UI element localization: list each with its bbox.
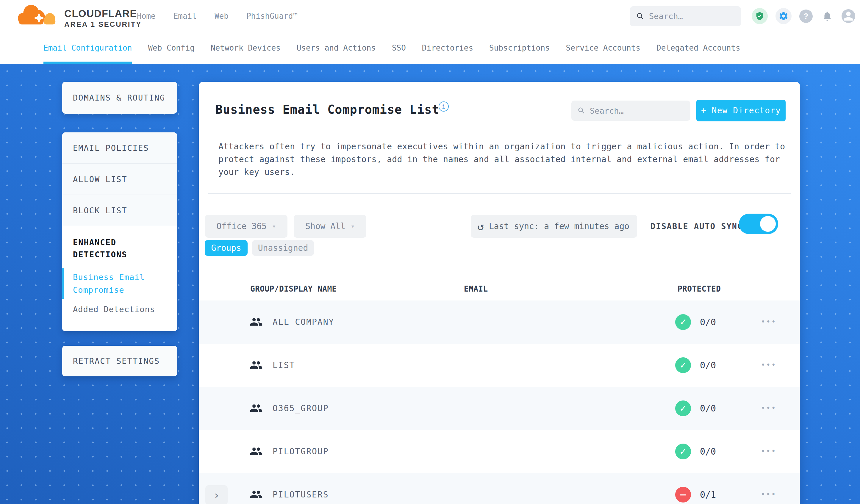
protected-status-icon: −: [675, 487, 691, 503]
global-search-input[interactable]: [649, 12, 735, 21]
page-description: Attackers often try to impersonate execu…: [218, 140, 785, 178]
pill-groups[interactable]: Groups: [205, 240, 247, 256]
table-row[interactable]: O365_GROUP ✓ 0/0 •••: [199, 387, 800, 430]
sidebar-item-retract-settings[interactable]: RETRACT SETTINGS: [62, 346, 177, 376]
tab-web-config[interactable]: Web Config: [148, 32, 195, 64]
block-list-label: BLOCK LIST: [73, 206, 127, 215]
notifications-button[interactable]: [820, 10, 834, 23]
chevron-down-icon: ▾: [272, 222, 276, 230]
expand-row-button[interactable]: ›: [205, 485, 228, 504]
table-row[interactable]: ALL COMPANY ✓ 0/0 •••: [199, 301, 800, 344]
user-avatar-icon: [842, 9, 855, 23]
sidebar-policies-card: EMAIL POLICIES ALLOW LIST BLOCK LIST ENH…: [62, 132, 177, 331]
sidebar-item-block-list[interactable]: BLOCK LIST: [62, 195, 177, 226]
nav-item-home[interactable]: Home: [137, 12, 156, 20]
last-sync-label: Last sync: a few minutes ago: [489, 221, 629, 231]
group-people-icon: [248, 402, 264, 415]
nav-item-web[interactable]: Web: [215, 12, 229, 20]
nav-item-email[interactable]: Email: [173, 12, 197, 20]
show-filter-select[interactable]: Show All ▾: [294, 215, 366, 238]
sidebar-item-allow-list[interactable]: ALLOW LIST: [62, 164, 177, 195]
group-name: O365_GROUP: [273, 387, 329, 430]
protected-count: 0/0: [700, 387, 716, 430]
help-icon-button[interactable]: ?: [799, 10, 813, 23]
email-policies-label: EMAIL POLICIES: [73, 143, 149, 153]
auto-sync-label: DISABLE AUTO SYNC: [650, 215, 743, 238]
protected-count: 0/0: [700, 301, 716, 344]
auto-sync-toggle[interactable]: [739, 214, 778, 234]
search-icon: [636, 12, 645, 21]
group-people-icon: [248, 359, 264, 372]
nav-item-phishguard[interactable]: PhishGuard™: [246, 12, 298, 20]
row-actions-menu[interactable]: •••: [761, 387, 776, 430]
sidebar-enhanced-detections-section: ENHANCED DETECTIONS Business Email Compr…: [62, 226, 177, 331]
row-actions-menu[interactable]: •••: [761, 344, 776, 387]
group-name: PILOTUSERS: [273, 473, 329, 504]
allow-list-label: ALLOW LIST: [73, 175, 127, 184]
cloudflare-logo-icon: [15, 2, 62, 29]
account-avatar-button[interactable]: [842, 9, 855, 23]
top-bar: CLOUDFLARE AREA 1 SECURITY Home Email We…: [0, 0, 860, 32]
panel-search-input[interactable]: [590, 106, 685, 115]
shield-check-icon: [755, 12, 764, 20]
sidebar-item-domains-routing[interactable]: DOMAINS & ROUTING: [62, 82, 177, 114]
business-email-compromise-panel: Business Email Compromise List i + New D…: [199, 82, 800, 504]
tab-delegated-accounts[interactable]: Delegated Accounts: [657, 32, 740, 64]
group-people-icon: [248, 488, 264, 501]
pill-unassigned[interactable]: Unassigned: [252, 240, 314, 256]
row-actions-menu[interactable]: •••: [761, 430, 776, 473]
tab-network-devices[interactable]: Network Devices: [211, 32, 281, 64]
new-directory-button[interactable]: + New Directory: [696, 100, 786, 121]
area1-security-app: CLOUDFLARE AREA 1 SECURITY Home Email We…: [0, 0, 860, 504]
page-title: Business Email Compromise List: [215, 103, 439, 116]
tab-service-accounts[interactable]: Service Accounts: [566, 32, 640, 64]
settings-icon-button[interactable]: [775, 8, 791, 24]
column-protected: PROTECTED: [677, 282, 721, 296]
protected-count: 0/1: [700, 473, 716, 504]
protected-status-icon: ✓: [675, 401, 691, 416]
tab-sso[interactable]: SSO: [392, 32, 406, 64]
tab-subscriptions[interactable]: Subscriptions: [489, 32, 550, 64]
sidebar-item-added-detections[interactable]: Added Detections: [73, 305, 166, 314]
sidebar-item-business-email-compromise[interactable]: Business Email Compromise: [73, 271, 166, 296]
table-row[interactable]: PILOTGROUP ✓ 0/0 •••: [199, 430, 800, 473]
protected-status-icon: ✓: [675, 444, 691, 459]
group-name: LIST: [273, 344, 295, 387]
top-navigation: Home Email Web PhishGuard™: [137, 0, 298, 32]
row-actions-menu[interactable]: •••: [761, 301, 776, 344]
enhanced-detections-heading: ENHANCED DETECTIONS: [73, 236, 166, 261]
show-filter-value: Show All: [305, 221, 345, 231]
group-name: PILOTGROUP: [273, 430, 329, 473]
section-tabs: Email Configuration Web Config Network D…: [0, 32, 860, 64]
table-row[interactable]: › PILOTUSERS − 0/1 •••: [199, 473, 800, 504]
chevron-right-icon: ›: [213, 489, 220, 501]
sidebar-domains-label: DOMAINS & ROUTING: [73, 93, 165, 102]
retract-settings-label: RETRACT SETTINGS: [73, 357, 160, 366]
bell-icon: [822, 11, 833, 22]
sync-refresh-icon: ↺: [477, 221, 484, 232]
gear-icon: [778, 11, 789, 21]
toggle-knob: [760, 216, 776, 232]
info-icon[interactable]: i: [439, 101, 449, 112]
protected-status-icon: ✓: [675, 314, 691, 330]
protected-status-icon: ✓: [675, 357, 691, 373]
tab-directories[interactable]: Directories: [422, 32, 473, 64]
protected-count: 0/0: [700, 430, 716, 473]
directory-select[interactable]: Office 365 ▾: [205, 215, 287, 238]
panel-search[interactable]: [571, 101, 690, 121]
section-divider: [208, 193, 791, 194]
chevron-down-icon: ▾: [351, 222, 355, 230]
last-sync-button[interactable]: ↺ Last sync: a few minutes ago: [471, 215, 637, 238]
protection-status-icon[interactable]: [752, 8, 768, 24]
sidebar-item-email-policies[interactable]: EMAIL POLICIES: [62, 132, 177, 164]
tab-users-and-actions[interactable]: Users and Actions: [297, 32, 376, 64]
table-row[interactable]: LIST ✓ 0/0 •••: [199, 344, 800, 387]
search-icon: [577, 106, 586, 115]
directory-select-value: Office 365: [217, 221, 267, 231]
column-email: EMAIL: [464, 282, 488, 296]
brand-tagline: AREA 1 SECURITY: [64, 20, 142, 29]
global-search[interactable]: [630, 6, 741, 26]
row-actions-menu[interactable]: •••: [761, 473, 776, 504]
table-header: GROUP/DISPLAY NAME EMAIL PROTECTED: [199, 282, 800, 296]
tab-email-configuration[interactable]: Email Configuration: [43, 32, 132, 64]
